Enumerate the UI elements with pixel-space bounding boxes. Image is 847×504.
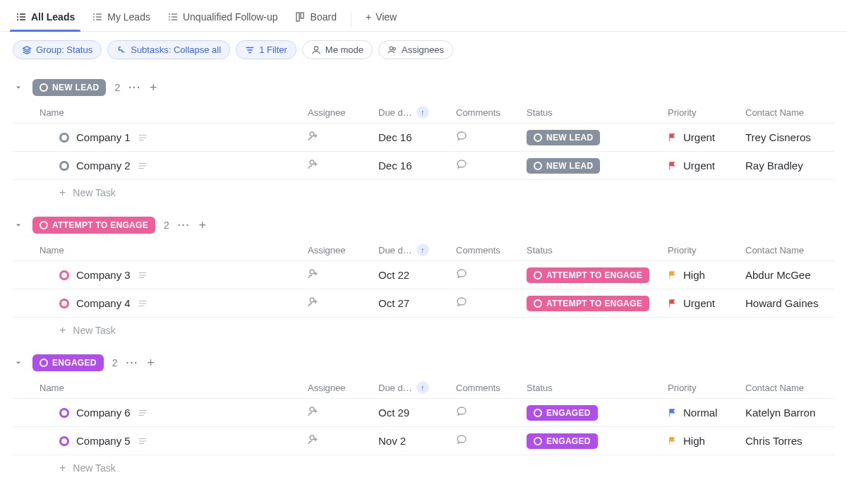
new-task-button[interactable]: + New Task xyxy=(13,455,834,481)
status-badge[interactable]: NEW LEAD xyxy=(32,79,106,96)
add-view-button[interactable]: + View xyxy=(363,7,400,31)
col-comments[interactable]: Comments xyxy=(456,383,527,393)
expand-icon[interactable] xyxy=(138,133,148,143)
priority-cell[interactable]: Urgent xyxy=(668,131,745,143)
expand-icon[interactable] xyxy=(138,299,148,308)
table-row[interactable]: Company 4 Oct 27 ATTEMPT TO ENGAGE xyxy=(13,289,834,318)
add-task-button[interactable]: + xyxy=(150,81,157,94)
expand-icon[interactable] xyxy=(138,270,148,280)
chip-filter[interactable]: 1 Filter xyxy=(236,40,296,59)
status-dot-icon[interactable] xyxy=(59,161,69,171)
status-cell[interactable]: NEW LEAD xyxy=(527,130,668,145)
add-assignee-icon[interactable] xyxy=(308,131,319,142)
col-status[interactable]: Status xyxy=(527,383,668,393)
task-name[interactable]: Company 4 xyxy=(76,297,131,309)
add-assignee-icon[interactable] xyxy=(308,296,319,308)
due-date-cell[interactable]: Nov 2 xyxy=(378,435,456,447)
contact-cell[interactable]: Howard Gaines xyxy=(745,297,847,309)
due-date-cell[interactable]: Dec 16 xyxy=(378,160,456,172)
expand-icon[interactable] xyxy=(138,161,148,171)
contact-cell[interactable]: Abdur McGee xyxy=(745,269,847,281)
collapse-toggle[interactable] xyxy=(13,220,24,231)
assignee-cell[interactable] xyxy=(308,434,378,448)
comment-icon[interactable] xyxy=(456,406,467,417)
chip-me-mode[interactable]: Me mode xyxy=(302,40,373,59)
comment-icon[interactable] xyxy=(456,268,467,280)
assignee-cell[interactable] xyxy=(308,296,378,310)
col-name[interactable]: Name xyxy=(40,383,308,393)
comments-cell[interactable] xyxy=(456,268,527,282)
col-name[interactable]: Name xyxy=(40,245,308,256)
comments-cell[interactable] xyxy=(456,296,527,310)
contact-cell[interactable]: Katelyn Barron xyxy=(745,407,847,419)
due-date-cell[interactable]: Dec 16 xyxy=(378,131,456,143)
status-dot-icon[interactable] xyxy=(59,133,69,143)
contact-cell[interactable]: Ray Bradley xyxy=(745,160,847,172)
tab-my-leads[interactable]: My Leads xyxy=(89,7,153,31)
collapse-toggle[interactable] xyxy=(13,357,24,368)
table-row[interactable]: Company 3 Oct 22 ATTEMPT TO ENGAGE xyxy=(13,261,834,289)
due-date-cell[interactable]: Oct 22 xyxy=(378,269,456,281)
task-name[interactable]: Company 1 xyxy=(76,131,131,143)
assignee-cell[interactable] xyxy=(308,159,378,172)
status-pill[interactable]: ENGAGED xyxy=(527,433,598,449)
status-pill[interactable]: NEW LEAD xyxy=(527,158,600,174)
col-status[interactable]: Status xyxy=(527,107,668,118)
col-due[interactable]: Due d… ↑ xyxy=(378,106,456,119)
col-assignee[interactable]: Assignee xyxy=(308,245,378,256)
status-badge[interactable]: ENGAGED xyxy=(32,354,104,371)
status-pill[interactable]: ENGAGED xyxy=(527,405,598,421)
expand-icon[interactable] xyxy=(138,408,148,418)
expand-icon[interactable] xyxy=(138,436,148,446)
add-assignee-icon[interactable] xyxy=(308,434,319,445)
sort-ascending-icon[interactable]: ↑ xyxy=(416,381,429,394)
more-menu[interactable]: ··· xyxy=(128,82,141,93)
status-pill[interactable]: ATTEMPT TO ENGAGE xyxy=(527,268,649,283)
tab-unqualified[interactable]: Unqualified Follow-up xyxy=(164,7,281,31)
col-assignee[interactable]: Assignee xyxy=(308,107,378,118)
table-row[interactable]: Company 2 Dec 16 NEW LEAD xyxy=(13,152,834,180)
comments-cell[interactable] xyxy=(456,131,527,144)
col-comments[interactable]: Comments xyxy=(456,107,527,118)
task-name[interactable]: Company 2 xyxy=(76,160,131,172)
status-badge[interactable]: ATTEMPT TO ENGAGE xyxy=(32,217,155,234)
col-contact[interactable]: Contact Name xyxy=(745,245,847,256)
status-dot-icon[interactable] xyxy=(59,270,69,280)
col-contact[interactable]: Contact Name xyxy=(745,383,847,393)
add-assignee-icon[interactable] xyxy=(308,406,319,417)
status-dot-icon[interactable] xyxy=(59,408,69,418)
add-assignee-icon[interactable] xyxy=(308,268,319,280)
comments-cell[interactable] xyxy=(456,406,527,419)
add-assignee-icon[interactable] xyxy=(308,159,319,170)
comments-cell[interactable] xyxy=(456,159,527,172)
task-name[interactable]: Company 3 xyxy=(76,269,131,281)
comment-icon[interactable] xyxy=(456,159,467,170)
status-cell[interactable]: NEW LEAD xyxy=(527,158,668,174)
comment-icon[interactable] xyxy=(456,434,467,445)
col-priority[interactable]: Priority xyxy=(668,383,745,393)
more-menu[interactable]: ··· xyxy=(178,220,191,231)
col-contact[interactable]: Contact Name xyxy=(745,107,847,118)
new-task-button[interactable]: + New Task xyxy=(13,180,834,205)
contact-cell[interactable]: Trey Cisneros xyxy=(745,131,847,143)
chip-subtasks[interactable]: Subtasks: Collapse all xyxy=(107,40,230,59)
status-pill[interactable]: ATTEMPT TO ENGAGE xyxy=(527,296,649,311)
table-row[interactable]: Company 5 Nov 2 ENGAGED xyxy=(13,427,834,455)
priority-cell[interactable]: Urgent xyxy=(668,160,745,172)
table-row[interactable]: Company 6 Oct 29 ENGAGED xyxy=(13,399,834,427)
chip-group[interactable]: Group: Status xyxy=(13,40,102,59)
add-task-button[interactable]: + xyxy=(147,356,155,369)
priority-cell[interactable]: High xyxy=(668,435,745,447)
col-priority[interactable]: Priority xyxy=(668,245,745,256)
col-due[interactable]: Due d… ↑ xyxy=(378,381,456,394)
task-name[interactable]: Company 6 xyxy=(76,407,131,419)
col-comments[interactable]: Comments xyxy=(456,245,527,256)
sort-ascending-icon[interactable]: ↑ xyxy=(416,244,429,256)
priority-cell[interactable]: Normal xyxy=(668,407,745,419)
add-task-button[interactable]: + xyxy=(198,219,206,232)
status-pill[interactable]: NEW LEAD xyxy=(527,130,600,145)
tab-all-leads[interactable]: All Leads xyxy=(13,7,78,31)
collapse-toggle[interactable] xyxy=(13,82,24,93)
contact-cell[interactable]: Chris Torres xyxy=(745,435,847,447)
table-row[interactable]: Company 1 Dec 16 NEW LEAD xyxy=(13,124,834,152)
